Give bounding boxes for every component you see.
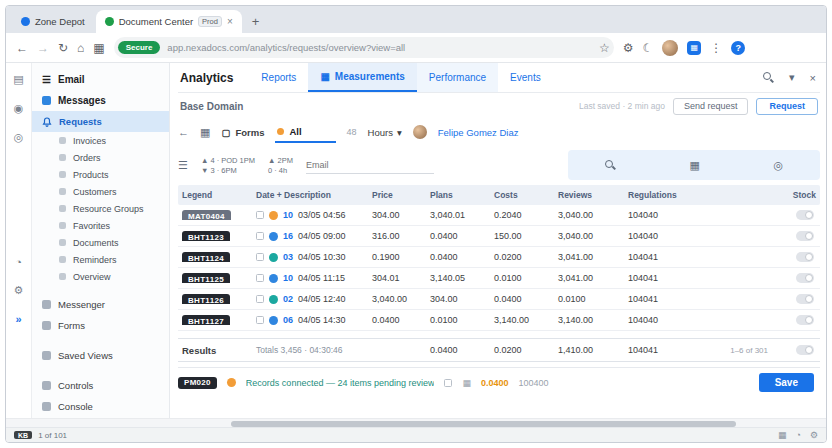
panel-grid-icon[interactable]: ▦ xyxy=(689,159,699,172)
sidebar-item-products[interactable]: Products xyxy=(32,166,169,183)
sidebar-item-forms[interactable]: Forms xyxy=(32,315,169,336)
help-icon[interactable]: ? xyxy=(731,41,745,55)
chevron-down-icon[interactable]: ▾ xyxy=(789,71,795,84)
sidebar-item-controls[interactable]: Controls xyxy=(32,375,169,396)
sidebar-item-email[interactable]: ☰ Email xyxy=(32,69,169,90)
row-checkbox[interactable] xyxy=(256,253,264,261)
tab-close-icon[interactable]: × xyxy=(227,17,233,27)
stat-group-2: ▲ 2PM 0 · 4h xyxy=(268,156,293,175)
row-toggle[interactable] xyxy=(796,210,814,220)
status-message[interactable]: Records connected — 24 items pending rev… xyxy=(246,378,435,388)
period-dropdown[interactable]: Hours ▾ xyxy=(368,127,402,138)
tab-reports[interactable]: Reports xyxy=(249,63,308,92)
user-avatar[interactable] xyxy=(413,125,427,139)
col-legend[interactable]: Legend xyxy=(178,190,252,200)
table-row[interactable]: BHT1124 0304/05 10:30 0.1900 0.0400 0.02… xyxy=(178,247,820,268)
row-toggle[interactable] xyxy=(796,231,814,241)
extensions-icon[interactable]: ⚙ xyxy=(623,42,634,54)
sidebar-item-reminders[interactable]: Reminders xyxy=(32,251,169,268)
sidebar-item-requests[interactable]: Requests xyxy=(32,111,169,132)
table-row[interactable]: BHT1126 0204/05 12:40 3,040.00 304.00 0.… xyxy=(178,289,820,310)
sidebar-item-orders[interactable]: Orders xyxy=(32,149,169,166)
table-row[interactable]: BHT1127 0604/05 14:30 0.0400 0.0100 3,14… xyxy=(178,310,820,331)
bookmark-star-icon[interactable]: ☆ xyxy=(599,42,610,54)
workspace-app-icon[interactable]: ▦ xyxy=(687,41,701,55)
home-icon[interactable]: ⌂ xyxy=(77,42,84,54)
back-icon[interactable]: ← xyxy=(16,42,28,54)
row-checkbox[interactable] xyxy=(256,211,264,219)
table-row[interactable]: MAT0404 1003/05 04:56 304.00 3,040.01 0.… xyxy=(178,205,820,226)
col-stock[interactable]: Stock xyxy=(774,190,820,200)
col-regulations[interactable]: Regulations xyxy=(624,190,724,200)
footer-checkbox[interactable] xyxy=(444,379,452,387)
status-gear-icon[interactable]: ⚙ xyxy=(810,430,818,440)
sidebar-item-invoices[interactable]: Invoices xyxy=(32,132,169,149)
col-date-description[interactable]: Date + Description xyxy=(252,190,368,200)
col-reviews[interactable]: Reviews xyxy=(554,190,624,200)
sidebar-item-documents[interactable]: Documents xyxy=(32,234,169,251)
layout-icon[interactable]: ▦ xyxy=(462,378,471,388)
close-icon[interactable]: × xyxy=(810,72,816,84)
apps-icon[interactable]: ▦ xyxy=(93,42,104,54)
table-row[interactable]: BHT1123 1604/05 09:00 316.00 0.0400 150.… xyxy=(178,226,820,247)
browser-tab-2[interactable]: Document Center Prod × xyxy=(96,10,242,33)
new-tab-button[interactable]: + xyxy=(244,14,268,33)
row-toggle[interactable] xyxy=(796,252,814,262)
sidebar-item-overview[interactable]: Overview xyxy=(32,268,169,285)
col-plans[interactable]: Plans xyxy=(426,190,490,200)
sidebar-item-favorites[interactable]: Favorites xyxy=(32,217,169,234)
row-toggle[interactable] xyxy=(796,273,814,283)
table-row[interactable]: BHT1125 1004/05 11:15 304.01 3,140.05 0.… xyxy=(178,268,820,289)
row-checkbox[interactable] xyxy=(256,274,264,282)
rail-person-icon[interactable]: ◉ xyxy=(14,102,24,115)
search-icon[interactable] xyxy=(763,72,774,83)
col-costs[interactable]: Costs xyxy=(490,190,554,200)
sidebar-item-messages[interactable]: Messages xyxy=(32,90,169,111)
forward-icon[interactable]: → xyxy=(37,42,49,54)
secure-badge[interactable]: Secure xyxy=(118,41,161,54)
list-icon[interactable]: ☰ xyxy=(178,159,188,172)
tab-measurements[interactable]: ▦ Measurements xyxy=(308,63,416,92)
email-filter-input[interactable] xyxy=(306,156,434,174)
scrollbar-thumb[interactable] xyxy=(231,421,736,427)
panel-target-icon[interactable]: ◎ xyxy=(774,159,784,172)
rail-clock-icon[interactable]: ◔ xyxy=(15,256,22,268)
theme-moon-icon[interactable]: ☾ xyxy=(642,42,653,54)
rail-panel-icon[interactable]: ▤ xyxy=(13,73,23,86)
row-checkbox[interactable] xyxy=(256,295,264,303)
rail-expand-chevrons-icon[interactable]: » xyxy=(15,313,21,325)
row-toggle[interactable] xyxy=(796,294,814,304)
tab-events[interactable]: Events xyxy=(498,63,553,92)
save-button[interactable]: Save xyxy=(759,373,814,392)
calendar-icon[interactable]: ▦ xyxy=(200,126,210,139)
row-toggle[interactable] xyxy=(796,315,814,325)
sidebar-item-console[interactable]: Console xyxy=(32,396,169,417)
sidebar-item-customers[interactable]: Customers xyxy=(32,183,169,200)
rail-gear-icon[interactable]: ⚙ xyxy=(14,284,24,297)
row-checkbox[interactable] xyxy=(256,232,264,240)
browser-avatar[interactable] xyxy=(662,40,678,56)
back-arrow-icon[interactable]: ← xyxy=(178,126,189,138)
summary-toggle[interactable] xyxy=(796,345,814,355)
browser-tab-1[interactable]: Zone Depot xyxy=(12,10,94,33)
address-bar[interactable]: Secure app.nexadocs.com/analytics/reques… xyxy=(114,37,614,58)
sidebar-item-resource-groups[interactable]: Resource Groups xyxy=(32,200,169,217)
sidebar-item-saved-views[interactable]: Saved Views xyxy=(32,345,169,366)
more-menu-icon[interactable]: ⋮ xyxy=(710,42,722,54)
send-request-button[interactable]: Send request xyxy=(673,98,749,115)
request-button[interactable]: Request xyxy=(756,98,818,115)
status-clock-icon[interactable]: ◔ xyxy=(795,430,800,440)
filter-tab-all[interactable]: All xyxy=(275,121,335,143)
refresh-icon[interactable]: ↻ xyxy=(58,42,68,54)
col-price[interactable]: Price xyxy=(368,190,426,200)
panel-search-icon[interactable] xyxy=(605,160,616,171)
row-checkbox[interactable] xyxy=(256,316,264,324)
horizontal-scrollbar[interactable] xyxy=(6,418,826,427)
user-name[interactable]: Felipe Gomez Diaz xyxy=(438,127,519,138)
tab-performance[interactable]: Performance xyxy=(417,63,498,92)
sidebar-item-messenger[interactable]: Messenger xyxy=(32,294,169,315)
sidebar-label: Customers xyxy=(73,187,117,197)
url-text[interactable]: app.nexadocs.com/analytics/requests/over… xyxy=(167,42,592,53)
status-grid-icon[interactable]: ▦ xyxy=(778,430,787,440)
rail-bell-dot-icon[interactable]: ◎ xyxy=(14,131,24,144)
